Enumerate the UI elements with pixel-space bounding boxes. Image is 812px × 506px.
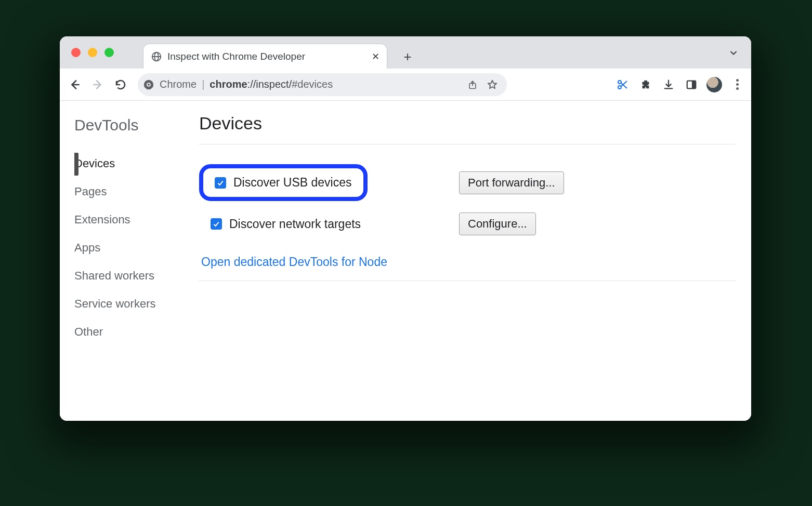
main-heading: Devices (199, 113, 736, 134)
tabs-dropdown-icon[interactable] (728, 48, 739, 60)
reload-button[interactable] (112, 76, 129, 94)
port-forwarding-button[interactable]: Port forwarding... (459, 171, 564, 194)
tab-title: Inspect with Chrome Developer (167, 51, 366, 62)
divider (199, 144, 736, 144)
row-node-link: Open dedicated DevTools for Node (199, 244, 736, 281)
forward-button[interactable] (89, 76, 107, 94)
window-close-button[interactable] (71, 48, 81, 57)
downloads-icon[interactable] (661, 77, 676, 92)
menu-kebab-icon[interactable] (729, 77, 745, 92)
row-discover-usb: Discover USB devices Port forwarding... (199, 156, 736, 209)
browser-tab[interactable]: Inspect with Chrome Developer ✕ (143, 44, 387, 69)
label-discover-network: Discover network targets (229, 217, 361, 231)
sidebar-item-pages[interactable]: Pages (74, 178, 195, 206)
sidebar-title: DevTools (74, 116, 195, 134)
globe-icon (151, 51, 162, 62)
browser-window: Inspect with Chrome Developer ✕ + Chrome… (60, 36, 751, 421)
sidebar-item-other[interactable]: Other (74, 318, 195, 346)
checkbox-discover-network[interactable] (211, 218, 222, 230)
toolbar-actions (615, 77, 745, 92)
back-button[interactable] (66, 76, 84, 94)
main-panel: Devices Discover USB devices Port forwar… (195, 101, 751, 421)
sidebar-item-shared-workers[interactable]: Shared workers (74, 262, 195, 290)
page-content: DevTools Devices Pages Extensions Apps S… (60, 101, 751, 421)
sidebar-item-devices[interactable]: Devices (74, 150, 195, 178)
toolbar: Chrome | chrome://inspect/#devices (60, 69, 751, 101)
active-indicator (74, 153, 78, 176)
window-controls (71, 48, 114, 57)
extensions-icon[interactable] (638, 77, 653, 92)
svg-point-7 (148, 83, 150, 85)
sidebar-item-extensions[interactable]: Extensions (74, 206, 195, 234)
sidebar-item-apps[interactable]: Apps (74, 234, 195, 262)
close-tab-icon[interactable]: ✕ (371, 51, 379, 62)
bookmark-star-icon[interactable] (485, 79, 500, 90)
svg-rect-18 (692, 81, 696, 88)
sidebar-item-service-workers[interactable]: Service workers (74, 290, 195, 318)
share-icon[interactable] (465, 79, 480, 90)
new-tab-button[interactable]: + (399, 48, 416, 65)
highlight-discover-usb: Discover USB devices (199, 164, 368, 201)
label-discover-usb: Discover USB devices (233, 176, 352, 190)
tab-strip: Inspect with Chrome Developer ✕ + (143, 36, 416, 69)
sidebar: DevTools Devices Pages Extensions Apps S… (60, 101, 195, 421)
window-maximize-button[interactable] (104, 48, 114, 57)
address-bar[interactable]: Chrome | chrome://inspect/#devices (138, 73, 507, 96)
scissors-icon[interactable] (615, 77, 631, 92)
omnibox-url: chrome://inspect/#devices (209, 78, 333, 90)
svg-marker-10 (488, 80, 497, 88)
omnibox-prefix: Chrome (160, 78, 197, 90)
open-devtools-node-link[interactable]: Open dedicated DevTools for Node (201, 255, 387, 269)
row-discover-network: Discover network targets Configure... (199, 209, 736, 244)
side-panel-icon[interactable] (684, 77, 699, 92)
chrome-icon (143, 79, 154, 90)
sidebar-list: Devices Pages Extensions Apps Shared wor… (74, 150, 195, 346)
checkbox-discover-usb[interactable] (215, 177, 226, 189)
omnibox-separator: | (202, 78, 204, 90)
title-bar: Inspect with Chrome Developer ✕ + (60, 36, 751, 69)
window-minimize-button[interactable] (88, 48, 97, 57)
profile-avatar[interactable] (706, 77, 722, 92)
configure-button[interactable]: Configure... (459, 212, 536, 235)
